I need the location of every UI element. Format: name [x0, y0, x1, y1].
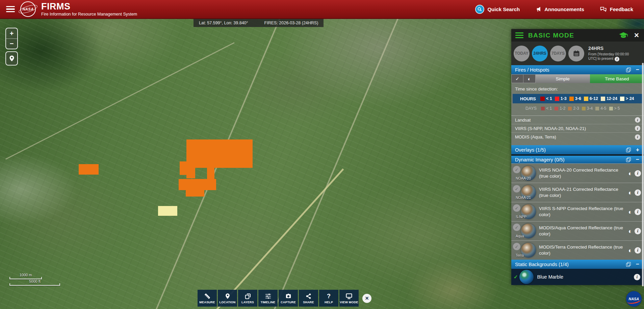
info-icon[interactable]: i [635, 209, 641, 215]
duplicate-icon[interactable] [626, 157, 631, 162]
toolbar-button-label: SHARE [303, 301, 314, 304]
toolbar-button[interactable]: ? LAYERS [238, 290, 257, 307]
duplicate-icon[interactable] [626, 262, 631, 267]
tutorial-graduation-cap-icon[interactable] [618, 32, 628, 39]
toolbar-button[interactable]: ? HELP [319, 290, 338, 307]
layer-checkbox[interactable]: ✓ [513, 243, 520, 250]
info-icon[interactable]: i [634, 274, 640, 280]
info-icon[interactable]: i [635, 117, 640, 123]
contrast-icon[interactable]: ◐ [628, 170, 632, 177]
calendar-button[interactable] [568, 46, 584, 61]
fire-detection-footprint[interactable] [158, 206, 177, 216]
zoom-in-button[interactable]: + [6, 28, 17, 38]
simple-mode-button[interactable]: Simple [536, 74, 590, 83]
toolbar-button[interactable]: ? VIEW MODE [339, 290, 359, 307]
legend-chip-label: 4-5 [600, 106, 606, 111]
fire-detection-footprint[interactable] [180, 161, 186, 175]
section-header-overlays[interactable]: Overlays (1/5) + [511, 145, 644, 154]
map-road [216, 169, 344, 309]
layer-badge: Aqua [516, 234, 524, 238]
info-icon[interactable]: i [635, 189, 641, 196]
fire-detection-footprint[interactable] [79, 164, 99, 175]
info-icon[interactable]: i [615, 57, 619, 61]
legend-hours-row[interactable]: HOURS < 1 1-3 3-6 6-12 12-24 > 24 [513, 94, 643, 103]
menu-icon[interactable] [6, 6, 15, 12]
layer-thumbnail: S-NPP [521, 204, 536, 219]
collapse-icon[interactable]: − [635, 261, 640, 267]
fire-detection-footprint[interactable] [179, 179, 216, 190]
legend-swatch [595, 107, 599, 110]
legend-chip-label: > 24 [626, 96, 634, 101]
legend-chip: 4-5 [594, 106, 608, 111]
legend-swatch [584, 97, 588, 101]
satellite-source-label: VIIRS (S-NPP, NOAA-20, NOAA-21) [515, 126, 586, 131]
toolbar-close-button[interactable]: ✕ [362, 294, 371, 303]
fires-visibility-checkbox[interactable]: ✓ [511, 74, 523, 83]
contrast-icon[interactable]: ◐ [628, 228, 632, 234]
panel-menu-icon[interactable] [515, 32, 523, 38]
layer-checkbox[interactable]: ✓ [513, 204, 520, 212]
expand-icon[interactable]: + [635, 147, 640, 153]
info-icon[interactable]: i [635, 170, 641, 177]
layer-checkbox[interactable]: ✓ [513, 224, 520, 231]
contrast-icon[interactable]: ◐ [628, 247, 632, 254]
time-based-mode-button[interactable]: Time Based [590, 74, 644, 83]
collapse-icon[interactable]: − [635, 67, 640, 73]
fire-detection-footprint[interactable] [186, 139, 253, 168]
fires-opacity-button[interactable]: ◐ [523, 74, 536, 83]
contrast-icon[interactable]: ◐ [628, 189, 632, 196]
time-range-button[interactable]: 24HRS [532, 46, 548, 61]
satellite-source-row[interactable]: Landsat i [511, 116, 644, 124]
dynamic-imagery-layer-row[interactable]: ✓ NOAA-20 VIIRS NOAA-20 Corrected Reflec… [511, 163, 644, 183]
section-header-dynamic-imagery[interactable]: Dynamic Imagery (0/5) − [511, 154, 644, 163]
contrast-icon[interactable]: ◐ [628, 209, 632, 215]
panel-close-button[interactable]: ✕ [633, 31, 640, 39]
header-nav-item[interactable]: Announcements [535, 6, 584, 12]
legend-days-row[interactable]: DAYS < 1 1-2 2-3 3-4 4-5 > 5 [511, 104, 644, 112]
time-range-button[interactable]: 7DAYS [550, 46, 566, 61]
time-since-detection-label: Time since detection: [511, 85, 644, 94]
layer-checkbox[interactable]: ✓ [513, 166, 520, 173]
toolbar-button-label: TIMELINE [261, 301, 276, 304]
duplicate-icon[interactable] [626, 148, 631, 152]
header-nav-item[interactable]: Quick Search [475, 5, 520, 14]
satellite-source-row[interactable]: MODIS (Aqua, Terra) i [511, 133, 644, 141]
satellite-source-row[interactable]: VIIRS (S-NPP, NOAA-20, NOAA-21) i [511, 124, 644, 133]
fire-detection-footprint[interactable] [207, 168, 214, 179]
legend-swatch [541, 107, 545, 110]
info-icon[interactable]: i [635, 134, 640, 140]
panel-scrollbar[interactable] [642, 63, 644, 286]
time-range-label: 24HRS [533, 51, 546, 56]
dynamic-imagery-layer-row[interactable]: ✓ S-NPP VIIRS S-NPP Corrected Reflectanc… [511, 202, 644, 221]
toolbar-button[interactable]: ? LOCATION [218, 290, 237, 307]
scale-metric-line [9, 277, 42, 279]
app-title-block: FIRMS Fire Information for Resource Mana… [41, 2, 137, 16]
fire-detection-footprint[interactable] [186, 190, 204, 197]
map-toolbar: ? MEASURE [198, 290, 371, 307]
toolbar-button[interactable]: ? TIMELINE [258, 290, 278, 307]
info-icon[interactable]: i [635, 247, 641, 254]
location-pin-icon [225, 293, 231, 300]
map-scale: 1000 m 5000 ft [9, 273, 60, 286]
dynamic-imagery-layer-row[interactable]: ✓ Terra MODIS/Terra Corrected Reflectanc… [511, 240, 644, 260]
toolbar-button[interactable]: ? SHARE [299, 290, 318, 307]
my-location-button[interactable] [5, 51, 18, 66]
zoom-out-button[interactable]: − [6, 38, 17, 49]
section-header-static-backgrounds[interactable]: Static Backgrounds (1/4) − [511, 260, 644, 269]
info-icon[interactable]: i [635, 126, 640, 131]
header-nav-item[interactable]: Feedback [600, 6, 633, 12]
dynamic-imagery-layer-row[interactable]: ✓ NOAA-21 VIIRS NOAA-21 Corrected Reflec… [511, 183, 644, 202]
layer-checkbox[interactable]: ✓ [513, 185, 520, 192]
layers-panel: BASIC MODE ✕ TODAY 24HRS 7DAYS [511, 29, 644, 285]
static-layer-blue-marble[interactable]: ✓ Blue Marble i [511, 269, 644, 285]
toolbar-button[interactable]: ? CAPTURE [279, 290, 298, 307]
info-icon[interactable]: i [635, 228, 641, 234]
time-range-button[interactable]: TODAY [514, 46, 530, 61]
fire-detection-footprint[interactable] [186, 168, 195, 178]
toolbar-button[interactable]: ? MEASURE [198, 290, 217, 307]
collapse-icon[interactable]: − [635, 157, 640, 162]
duplicate-icon[interactable] [626, 68, 631, 72]
check-icon: ✓ [515, 206, 519, 211]
dynamic-imagery-layer-row[interactable]: ✓ Aqua MODIS/Aqua Corrected Reflectance … [511, 221, 644, 240]
section-header-fires[interactable]: Fires / Hotspots − [511, 65, 644, 74]
